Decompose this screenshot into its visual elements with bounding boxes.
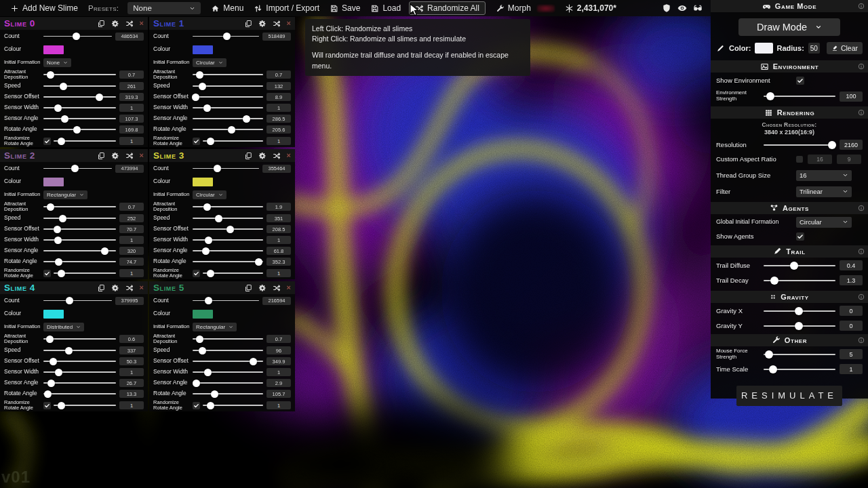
randomize-rotate-angle-slider[interactable] — [203, 269, 263, 278]
count-value[interactable]: 355464 — [262, 165, 291, 173]
info-icon[interactable] — [858, 205, 865, 211]
info-icon[interactable] — [858, 3, 865, 9]
sensor-angle-value[interactable]: 26.7 — [119, 379, 144, 387]
eye-icon[interactable] — [677, 3, 687, 13]
rotate-angle-slider[interactable] — [43, 258, 116, 266]
initial-formation-dropdown[interactable]: Circular — [193, 190, 226, 199]
randomize-rotate-angle-value[interactable]: 1 — [119, 269, 144, 277]
sensor-angle-value[interactable]: 320 — [119, 247, 144, 255]
rotate-angle-value[interactable]: 352.3 — [267, 258, 291, 266]
speed-value[interactable]: 337 — [119, 346, 144, 354]
gear-icon[interactable] — [258, 284, 267, 292]
gear-icon[interactable] — [111, 152, 119, 160]
attractant-deposition-slider[interactable] — [43, 203, 116, 211]
attractant-deposition-slider[interactable] — [193, 335, 263, 344]
shuffle-icon[interactable] — [125, 20, 134, 28]
randomize-rotate-angle-checkbox[interactable] — [43, 402, 51, 409]
time-scale-slider[interactable] — [764, 364, 835, 374]
attractant-deposition-slider[interactable] — [43, 335, 116, 344]
speed-value[interactable]: 132 — [267, 82, 291, 90]
speed-slider[interactable] — [43, 346, 116, 355]
goggles-icon[interactable] — [693, 3, 703, 13]
radius-value[interactable]: 50 — [808, 43, 820, 54]
gravity-y-value[interactable]: 0 — [840, 321, 863, 331]
randomize-all-button[interactable]: Randomize All — [409, 1, 486, 15]
info-icon[interactable] — [858, 248, 865, 255]
randomize-rotate-angle-slider[interactable] — [203, 137, 263, 146]
gravity-x-slider[interactable] — [764, 306, 835, 316]
randomize-rotate-angle-checkbox[interactable] — [43, 270, 51, 277]
initial-formation-dropdown[interactable]: Rectangular — [193, 323, 237, 331]
info-icon[interactable] — [858, 109, 865, 116]
colour-swatch[interactable] — [193, 178, 213, 186]
attractant-deposition-slider[interactable] — [193, 70, 263, 79]
close-icon[interactable]: × — [140, 20, 144, 27]
sensor-width-slider[interactable] — [193, 104, 263, 113]
attractant-deposition-value[interactable]: 0.7 — [119, 203, 144, 211]
trail-diffuse-value[interactable]: 0.4 — [840, 260, 863, 270]
attractant-deposition-value[interactable]: 1.9 — [267, 203, 291, 211]
speed-slider[interactable] — [43, 214, 116, 223]
sensor-offset-slider[interactable] — [193, 357, 263, 366]
sensor-offset-value[interactable]: 50.3 — [119, 357, 144, 365]
resolution-slider[interactable] — [764, 140, 835, 150]
count-value[interactable]: 216594 — [262, 297, 291, 305]
sensor-angle-slider[interactable] — [193, 115, 263, 123]
sensor-width-slider[interactable] — [193, 236, 263, 245]
duplicate-icon[interactable] — [97, 152, 105, 160]
colour-swatch[interactable] — [43, 310, 64, 319]
draw-color-swatch[interactable] — [755, 43, 772, 54]
speed-slider[interactable] — [193, 82, 263, 91]
speed-slider[interactable] — [43, 82, 116, 91]
show-environment-checkbox[interactable] — [796, 77, 804, 85]
randomize-rotate-angle-value[interactable]: 1 — [267, 401, 291, 409]
gravity-y-slider[interactable] — [764, 321, 835, 331]
morph-button[interactable]: Morph — [496, 3, 531, 13]
sensor-offset-value[interactable]: 208.5 — [267, 225, 291, 233]
resolution-value[interactable]: 2160 — [840, 140, 863, 150]
rotate-angle-value[interactable]: 105.7 — [267, 390, 291, 398]
count-slider[interactable] — [43, 32, 112, 41]
sensor-offset-value[interactable]: 319.3 — [119, 93, 144, 101]
attractant-deposition-value[interactable]: 0.7 — [267, 335, 291, 343]
shuffle-icon[interactable] — [125, 152, 134, 160]
randomize-rotate-angle-checkbox[interactable] — [43, 138, 51, 145]
randomize-rotate-angle-slider[interactable] — [54, 401, 116, 410]
sensor-offset-slider[interactable] — [43, 93, 116, 102]
close-icon[interactable]: × — [287, 284, 291, 291]
colour-swatch[interactable] — [193, 45, 213, 54]
sensor-offset-slider[interactable] — [193, 225, 263, 234]
mouse-force-strength-slider[interactable] — [764, 349, 835, 359]
randomize-rotate-angle-value[interactable]: 1 — [267, 269, 291, 277]
randomize-rotate-angle-value[interactable]: 1 — [119, 401, 144, 409]
initial-formation-dropdown[interactable]: None — [43, 58, 71, 67]
shuffle-icon[interactable] — [125, 284, 134, 292]
attractant-deposition-slider[interactable] — [193, 203, 263, 211]
sensor-offset-value[interactable]: 8.9 — [267, 93, 291, 101]
gravity-x-value[interactable]: 0 — [840, 306, 863, 316]
aspect-height-field[interactable]: 9 — [837, 155, 861, 164]
sensor-angle-slider[interactable] — [43, 115, 116, 123]
gear-icon[interactable] — [111, 284, 119, 292]
rotate-angle-value[interactable]: 13.3 — [119, 390, 144, 398]
speed-value[interactable]: 351 — [267, 214, 291, 222]
sensor-width-value[interactable]: 1 — [119, 104, 144, 112]
rotate-angle-slider[interactable] — [43, 390, 116, 399]
sensor-width-value[interactable]: 1 — [119, 368, 144, 376]
duplicate-icon[interactable] — [97, 20, 105, 28]
close-icon[interactable]: × — [287, 20, 291, 27]
sensor-width-value[interactable]: 1 — [267, 104, 291, 112]
environment-strength-value[interactable]: 100 — [840, 92, 863, 102]
close-icon[interactable]: × — [140, 152, 144, 159]
rotate-angle-slider[interactable] — [193, 125, 263, 134]
speed-value[interactable]: 261 — [119, 82, 144, 90]
randomize-rotate-angle-slider[interactable] — [54, 137, 116, 146]
duplicate-icon[interactable] — [97, 284, 105, 292]
initial-formation-dropdown[interactable]: Circular — [193, 58, 226, 67]
colour-swatch[interactable] — [43, 178, 64, 186]
rotate-angle-value[interactable]: 169.8 — [119, 125, 144, 134]
import-export-button[interactable]: Import / Export — [254, 3, 319, 13]
filter-dropdown[interactable]: Trilinear — [796, 186, 852, 197]
trail-decay-value[interactable]: 1.3 — [840, 275, 863, 285]
show-agents-checkbox[interactable] — [796, 232, 804, 241]
